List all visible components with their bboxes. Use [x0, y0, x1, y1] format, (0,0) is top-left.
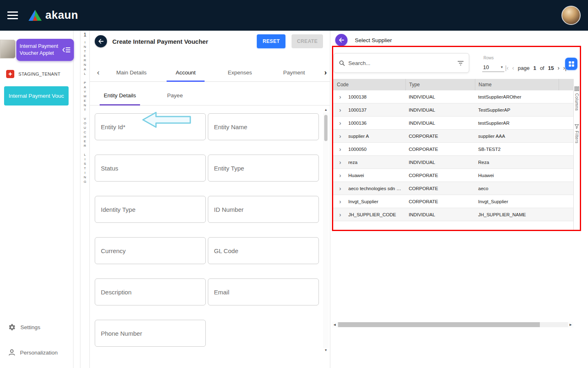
table-row[interactable]: › Huawei CORPORATE Huawei: [332, 169, 573, 182]
person-icon: [8, 349, 16, 356]
id-number-field[interactable]: ID Number: [208, 196, 319, 223]
subtab-entity-details[interactable]: Entity Details: [92, 86, 147, 105]
row-expand-icon[interactable]: ›: [332, 172, 348, 179]
applet-badge[interactable]: Internal Payment Voucher Applet: [16, 39, 74, 61]
table-row[interactable]: › supplier A CORPORATE supplier AAA: [332, 130, 573, 143]
of-word: of: [540, 65, 544, 71]
module-button-label: Internal Payment Vouc: [9, 93, 64, 99]
tenant-selector[interactable]: STAGING_TENANT: [6, 70, 60, 78]
table-row[interactable]: › 1000136 INDIVIDUAL testSupplierAR: [332, 117, 573, 130]
scroll-right-icon[interactable]: ►: [568, 323, 573, 327]
cell-type: INDIVIDUAL: [405, 160, 475, 165]
grid-view-button[interactable]: [565, 58, 577, 70]
entity-id-field[interactable]: Entity Id*: [95, 113, 206, 140]
field-label: Entity Type: [214, 165, 244, 172]
rows-per-page-select[interactable]: 10 ▼: [482, 63, 504, 72]
user-avatar[interactable]: [561, 6, 581, 25]
row-expand-icon[interactable]: ›: [332, 198, 348, 205]
row-expand-icon[interactable]: ›: [332, 120, 348, 126]
filters-tool[interactable]: Filters: [575, 124, 579, 144]
tab-payment[interactable]: Payment: [267, 63, 321, 81]
table-horizontal-scrollbar[interactable]: ◄ ►: [332, 322, 573, 328]
supplier-back-button[interactable]: [335, 34, 347, 46]
back-button[interactable]: [95, 35, 107, 47]
tabs-scroll-right-icon[interactable]: ›: [321, 68, 330, 77]
sidebar-item-personalization[interactable]: Personalization: [8, 349, 58, 356]
status-field[interactable]: Status: [95, 155, 206, 182]
scroll-down-icon[interactable]: ▼: [323, 348, 329, 353]
scrollbar-thumb[interactable]: [324, 115, 327, 141]
cell-code: 1000050: [348, 147, 405, 152]
cell-name: testSupplierAROther: [475, 94, 559, 99]
form-scrollbar[interactable]: ▲ ▼: [323, 108, 329, 353]
listing-collapsed-tab[interactable]: 1 INTERNAL PAYMENT VOUCHER LISTING: [80, 31, 90, 368]
reset-button[interactable]: RESET: [257, 34, 285, 48]
form-header: Create Internal Payment Voucher RESET CR…: [90, 31, 330, 52]
create-button[interactable]: CREATE: [292, 34, 323, 48]
description-field[interactable]: Description: [95, 278, 206, 305]
cell-name: TestSupplierAP: [475, 108, 559, 112]
row-expand-icon[interactable]: ›: [332, 107, 348, 113]
cell-code: aeco technologies sdn bhd: [348, 186, 405, 191]
next-page-button[interactable]: ›: [557, 63, 559, 72]
scrollbar-track[interactable]: [323, 112, 329, 348]
currency-field[interactable]: Currency: [95, 237, 206, 264]
cell-type: CORPORATE: [405, 173, 475, 178]
identity-type-field[interactable]: Identity Type: [95, 196, 206, 223]
field-label: Entity Name: [214, 123, 247, 130]
cell-type: INDIVIDUAL: [405, 121, 475, 126]
collapse-menu-icon[interactable]: [62, 47, 71, 53]
subtab-payee[interactable]: Payee: [147, 86, 203, 105]
table-row[interactable]: › reza INDIVIDUAL Reza: [332, 156, 573, 169]
table-row[interactable]: › 1000137 INDIVIDUAL TestSupplierAP: [332, 103, 573, 117]
table-row[interactable]: › 1000050 CORPORATE SB-TEST2: [332, 143, 573, 156]
column-header-filler: [559, 79, 573, 90]
cell-code: Huawei: [348, 173, 405, 178]
cell-code: 1000136: [348, 121, 405, 126]
select-supplier-panel: Select Supplier Rows 10 ▼ |‹ ‹ page 1 of…: [330, 31, 588, 368]
sidebar-item-internal-payment-voucher[interactable]: Internal Payment Vouc: [4, 86, 69, 105]
form-tabs: ‹ Main Details Account Expenses Payment …: [90, 63, 330, 82]
phone-number-field[interactable]: Phone Number: [95, 320, 206, 347]
cell-type: INDIVIDUAL: [405, 212, 475, 217]
row-expand-icon[interactable]: ›: [332, 94, 348, 100]
tab-expenses[interactable]: Expenses: [213, 63, 267, 81]
tab-main-details[interactable]: Main Details: [105, 63, 159, 81]
supplier-header: Select Supplier: [330, 31, 588, 49]
table-row[interactable]: › JH_SUPPLIER_CODE INDIVIDUAL JH_SUPPLIE…: [332, 208, 573, 221]
filter-list-icon[interactable]: [457, 61, 464, 66]
columns-tool[interactable]: Columns: [575, 86, 579, 111]
table-row[interactable]: › Invgt_Supplier CORPORATE Invgt_Supplie…: [332, 195, 573, 208]
table-row[interactable]: › 1000138 INDIVIDUAL testSupplierAROther: [332, 90, 573, 103]
entity-name-field[interactable]: Entity Name: [208, 113, 319, 140]
scroll-left-icon[interactable]: ◄: [332, 323, 337, 327]
cell-code: JH_SUPPLIER_CODE: [348, 212, 405, 217]
hamburger-menu-icon[interactable]: [7, 11, 18, 19]
cell-name: Huawei: [475, 173, 559, 178]
hscrollbar-thumb[interactable]: [338, 322, 540, 327]
row-expand-icon[interactable]: ›: [332, 133, 348, 139]
tab-account[interactable]: Account: [158, 63, 213, 81]
current-page: 1: [533, 65, 536, 71]
search-icon: [339, 60, 345, 66]
listing-label: INTERNAL PAYMENT VOUCHER LISTING: [83, 40, 87, 184]
row-expand-icon[interactable]: ›: [332, 211, 348, 218]
rows-per-page-value: 10: [483, 64, 489, 70]
cell-name: JH_SUPPLIER_NAME: [475, 212, 559, 217]
rows-caption: Rows: [483, 56, 494, 60]
row-expand-icon[interactable]: ›: [332, 159, 348, 166]
sidebar-item-settings[interactable]: Settings: [8, 323, 40, 331]
arrow-left-icon: [98, 38, 104, 45]
prev-page-button[interactable]: ‹: [512, 63, 514, 72]
entity-type-field[interactable]: Entity Type: [208, 155, 319, 182]
search-input[interactable]: [348, 60, 457, 66]
row-expand-icon[interactable]: ›: [332, 146, 348, 153]
email-field[interactable]: Email: [208, 278, 319, 305]
row-expand-icon[interactable]: ›: [332, 185, 348, 192]
scroll-up-icon[interactable]: ▲: [323, 108, 329, 112]
tabs-scroll-left-icon[interactable]: ‹: [92, 68, 105, 77]
table-row[interactable]: › aeco technologies sdn bhd CORPORATE ae…: [332, 182, 573, 195]
hscrollbar-track[interactable]: [337, 322, 568, 327]
first-page-button[interactable]: |‹: [505, 63, 508, 72]
gl-code-field[interactable]: GL Code: [208, 237, 319, 264]
